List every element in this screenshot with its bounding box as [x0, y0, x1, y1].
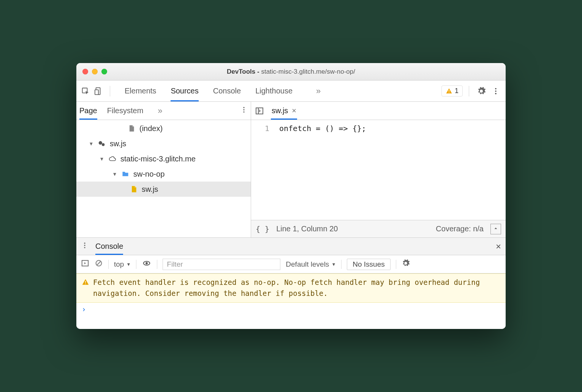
- show-sidebar-icon[interactable]: [81, 259, 89, 269]
- js-file-icon: [130, 185, 138, 193]
- file-tree: (index) ▼ sw.js ▼ static-misc-3.: [76, 120, 251, 237]
- console-prompt[interactable]: ›: [76, 303, 506, 316]
- svg-point-14: [84, 243, 85, 244]
- code-editor[interactable]: 1 onfetch = () => {};: [251, 120, 506, 220]
- issues-button[interactable]: No Issues: [347, 259, 390, 270]
- tree-worker[interactable]: ▼ sw.js: [76, 136, 251, 151]
- context-label: top: [114, 260, 124, 269]
- separator: [157, 260, 157, 269]
- separator: [469, 86, 469, 96]
- svg-point-8: [243, 107, 244, 108]
- live-expression-icon[interactable]: [142, 259, 152, 269]
- svg-point-15: [84, 245, 85, 246]
- device-toggle-icon[interactable]: [93, 86, 104, 96]
- svg-point-10: [243, 111, 244, 112]
- separator: [108, 260, 109, 269]
- more-menu-icon[interactable]: [490, 85, 502, 97]
- drawer-tabs: Console ×: [76, 238, 506, 255]
- warnings-badge[interactable]: 1: [441, 85, 463, 96]
- console-warning-row[interactable]: Fetch event handler is recognized as no-…: [76, 273, 506, 303]
- context-selector[interactable]: top ▼: [114, 260, 131, 269]
- panel-tabs: Elements Sources Console Lighthouse »: [125, 81, 321, 101]
- more-tabs-icon[interactable]: »: [316, 86, 321, 96]
- tree-file-swjs[interactable]: sw.js: [76, 182, 251, 197]
- dropdown-triangle-icon: ▼: [331, 262, 336, 267]
- show-drawer-icon[interactable]: [490, 224, 501, 234]
- title-url: static-misc-3.glitch.me/sw-no-op/: [261, 68, 355, 75]
- tab-sources[interactable]: Sources: [171, 81, 198, 101]
- warnings-count: 1: [455, 87, 459, 95]
- pretty-print-icon[interactable]: { }: [256, 224, 269, 234]
- svg-point-7: [495, 93, 497, 94]
- separator: [110, 86, 110, 96]
- cursor-position: Line 1, Column 20: [276, 224, 338, 233]
- tree-label: sw.js: [110, 139, 126, 148]
- console-settings-icon[interactable]: [402, 259, 410, 269]
- line-gutter: 1: [251, 120, 274, 220]
- tree-file-index[interactable]: (index): [76, 121, 251, 136]
- tree-label: static-misc-3.glitch.me: [120, 155, 196, 163]
- editor-tab-label: sw.js: [272, 106, 288, 115]
- svg-point-20: [146, 262, 148, 264]
- document-icon: [127, 124, 136, 133]
- svg-point-16: [84, 247, 85, 248]
- tree-label: sw.js: [142, 185, 158, 194]
- separator: [396, 260, 396, 269]
- main-toolbar: Elements Sources Console Lighthouse » 1: [76, 81, 506, 102]
- disclosure-triangle-icon[interactable]: ▼: [99, 156, 104, 162]
- drawer-menu-icon[interactable]: [81, 242, 89, 251]
- navigator-tab-filesystem[interactable]: Filesystem: [107, 102, 144, 120]
- line-number: 1: [251, 124, 269, 133]
- svg-point-5: [495, 88, 497, 89]
- svg-point-6: [495, 90, 497, 92]
- tree-label: sw-no-op: [133, 170, 164, 179]
- prompt-chevron-icon: ›: [82, 305, 86, 313]
- navigator-tab-page[interactable]: Page: [79, 102, 97, 120]
- tab-console[interactable]: Console: [213, 81, 241, 101]
- folder-icon: [121, 170, 130, 178]
- tab-elements[interactable]: Elements: [125, 81, 156, 101]
- close-tab-icon[interactable]: ×: [292, 106, 296, 115]
- svg-point-12: [102, 143, 104, 146]
- editor-panel: sw.js × 1 onfetch = () => {}; { } Line 1…: [251, 102, 506, 237]
- console-drawer: Console × top ▼ Default levels ▼: [76, 238, 506, 329]
- code-content: onfetch = () => {};: [274, 120, 366, 220]
- svg-rect-21: [85, 281, 86, 283]
- close-drawer-icon[interactable]: ×: [496, 241, 501, 252]
- disclosure-triangle-icon[interactable]: ▼: [112, 171, 117, 177]
- svg-rect-2: [95, 90, 98, 95]
- editor-tab-swjs[interactable]: sw.js ×: [271, 102, 297, 120]
- warning-icon: [82, 278, 89, 286]
- editor-tabs: sw.js ×: [251, 102, 506, 120]
- levels-label: Default levels: [286, 260, 329, 269]
- inspect-element-icon[interactable]: [80, 86, 91, 96]
- console-output: Fetch event handler is recognized as no-…: [76, 273, 506, 329]
- window-title: DevTools - static-misc-3.glitch.me/sw-no…: [76, 68, 506, 76]
- cloud-icon: [108, 155, 117, 163]
- dropdown-triangle-icon: ▼: [126, 262, 131, 267]
- title-prefix: DevTools -: [227, 68, 261, 75]
- svg-rect-4: [449, 92, 449, 93]
- tree-label: (index): [139, 124, 163, 133]
- tab-lighthouse[interactable]: Lighthouse: [255, 81, 293, 101]
- disclosure-triangle-icon[interactable]: ▼: [89, 141, 94, 147]
- navigator-menu-icon[interactable]: [240, 106, 248, 115]
- navigator-panel: Page Filesystem » (index) ▼: [76, 102, 251, 237]
- settings-icon[interactable]: [475, 85, 487, 97]
- editor-status-bar: { } Line 1, Column 20 Coverage: n/a: [251, 220, 506, 237]
- log-levels-selector[interactable]: Default levels ▼: [286, 260, 336, 269]
- console-toolbar: top ▼ Default levels ▼ No Issues: [76, 255, 506, 273]
- separator: [341, 260, 342, 269]
- clear-console-icon[interactable]: [95, 259, 103, 269]
- toggle-navigator-icon[interactable]: [254, 106, 265, 116]
- service-worker-icon: [98, 139, 106, 148]
- more-navigator-tabs-icon[interactable]: »: [158, 106, 162, 116]
- coverage-status: Coverage: n/a: [436, 224, 484, 233]
- drawer-tab-console[interactable]: Console: [95, 238, 123, 255]
- warning-icon: [446, 88, 452, 95]
- tree-folder[interactable]: ▼ sw-no-op: [76, 166, 251, 182]
- tree-domain[interactable]: ▼ static-misc-3.glitch.me: [76, 151, 251, 166]
- sources-panel: Page Filesystem » (index) ▼: [76, 102, 506, 238]
- titlebar: DevTools - static-misc-3.glitch.me/sw-no…: [76, 63, 506, 81]
- filter-input[interactable]: [163, 259, 280, 270]
